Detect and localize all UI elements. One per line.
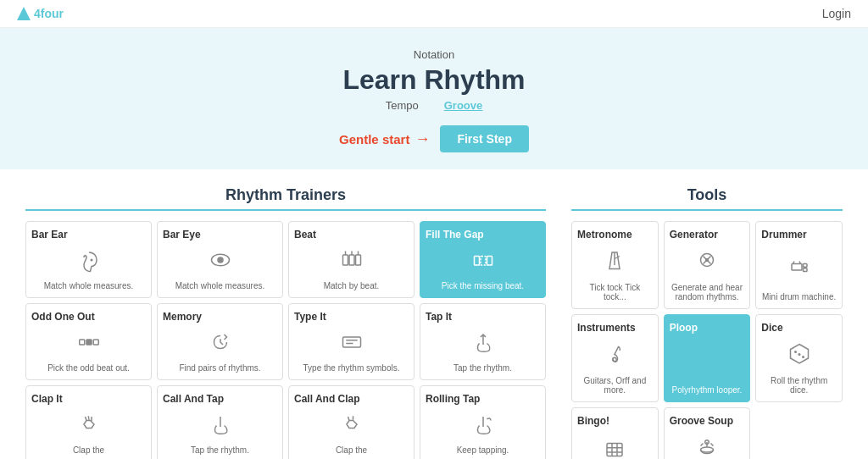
tool-title-ploop: Ploop: [670, 322, 745, 334]
groove-label[interactable]: Groove: [444, 99, 483, 112]
trainer-title-rolling-tap: Rolling Tap: [426, 393, 540, 405]
trainer-card-memory[interactable]: Memory Find pairs of rhythms.: [157, 303, 283, 380]
trainer-title-type-it: Type It: [294, 311, 409, 323]
first-step-button[interactable]: First Step: [440, 125, 529, 152]
trainer-card-type-it[interactable]: Type It Type the rhythm symbols.: [288, 303, 415, 380]
tool-desc-generator: Generate and hear random rhythms.: [670, 283, 745, 301]
svg-point-27: [613, 357, 617, 362]
trainer-card-call-and-clap[interactable]: Call And Clap Clap the: [288, 385, 415, 459]
trainer-card-rolling-tap[interactable]: Rolling Tap Keep tapping.: [420, 385, 546, 459]
tool-icon-generator: [694, 247, 720, 278]
tool-card-generator[interactable]: Generator Generate and hear random rhyth…: [664, 221, 751, 309]
trainer-icon-call-and-clap: [339, 412, 364, 440]
svg-rect-12: [79, 340, 84, 345]
svg-line-43: [710, 444, 713, 446]
tool-title-drummer: Drummer: [761, 229, 837, 241]
trainer-title-call-and-clap: Call And Clap: [294, 393, 409, 405]
logo-icon: [17, 7, 31, 20]
trainer-card-call-and-tap[interactable]: Call And Tap Tap the rhythm.: [157, 385, 283, 459]
svg-line-19: [615, 257, 620, 259]
tools-grid: Metronome Tick tock Tick tock... Generat…: [571, 221, 843, 459]
tool-title-metronome: Metronome: [577, 229, 653, 241]
tool-desc-dice: Roll the rhythm dice.: [761, 376, 837, 395]
tool-icon-bingo: [602, 437, 627, 459]
login-button[interactable]: Login: [822, 7, 851, 20]
tools-title: Tools: [571, 186, 843, 211]
arrow-icon: →: [415, 130, 430, 148]
svg-point-21: [705, 258, 709, 263]
svg-rect-13: [86, 340, 92, 345]
svg-rect-11: [487, 257, 492, 266]
tool-icon-drummer: [787, 252, 812, 283]
trainer-icon-tap-it: [470, 329, 496, 358]
trainer-card-fill-the-gap[interactable]: Fill The Gap Pick the missing beat.: [420, 221, 546, 298]
tool-title-generator: Generator: [670, 229, 745, 241]
header: 4four Login: [0, 0, 868, 28]
logo[interactable]: 4four: [17, 7, 64, 20]
svg-rect-4: [349, 255, 354, 265]
hero-section: Notation Learn Rhythm Tempo Groove Gentl…: [0, 28, 868, 169]
trainer-icon-beat: [339, 247, 364, 276]
tool-desc-metronome: Tick tock Tick tock...: [577, 283, 653, 301]
trainer-desc-odd-one-out: Pick the odd beat out.: [47, 363, 130, 373]
svg-rect-5: [355, 255, 360, 265]
svg-rect-23: [803, 263, 807, 267]
trainer-card-beat[interactable]: Beat Match by beat.: [288, 221, 415, 298]
tool-card-drummer[interactable]: Drummer Mini drum machine.: [755, 221, 843, 309]
trainer-title-odd-one-out: Odd One Out: [31, 311, 146, 323]
trainer-icon-call-and-tap: [208, 412, 233, 440]
notation-label: Notation: [17, 48, 851, 61]
logo-text: 4four: [34, 7, 64, 20]
trainer-card-clap-it[interactable]: Clap It Clap the: [25, 385, 152, 459]
trainer-title-fill-the-gap: Fill The Gap: [426, 229, 540, 241]
trainer-card-bar-eye[interactable]: Bar Eye Match whole measures.: [157, 221, 283, 298]
trainer-card-odd-one-out[interactable]: Odd One Out Pick the odd beat out.: [25, 303, 152, 380]
trainer-icon-memory: [208, 329, 233, 358]
trainer-card-bar-ear[interactable]: Bar Ear Match whole measures.: [25, 221, 152, 298]
hero-title: Learn Rhythm: [17, 64, 851, 96]
gentle-start-text: Gentle start →: [339, 130, 430, 148]
svg-line-42: [700, 444, 703, 446]
tool-icon-ploop: [694, 346, 720, 376]
tool-card-metronome[interactable]: Metronome Tick tock Tick tock...: [571, 221, 659, 309]
svg-rect-14: [93, 340, 98, 345]
trainer-title-call-and-tap: Call And Tap: [163, 393, 277, 405]
svg-rect-24: [803, 268, 807, 271]
tools-section: Tools Metronome Tick tock Tick tock... G…: [571, 186, 843, 459]
rhythm-trainers-title: Rhythm Trainers: [25, 186, 546, 211]
tool-title-dice: Dice: [761, 322, 837, 334]
trainer-title-memory: Memory: [163, 311, 277, 323]
svg-rect-22: [792, 263, 802, 270]
trainer-icon-clap-it: [76, 412, 102, 440]
trainer-desc-bar-eye: Match whole measures.: [175, 281, 265, 290]
tool-card-instruments[interactable]: Instruments Guitars, Orff and more.: [571, 314, 659, 402]
tool-desc-instruments: Guitars, Orff and more.: [577, 376, 653, 395]
trainer-desc-call-and-clap: Clap the: [336, 445, 367, 455]
svg-point-2: [218, 257, 223, 263]
trainer-icon-rolling-tap: [470, 412, 496, 440]
trainer-desc-rolling-tap: Keep tapping.: [457, 445, 509, 455]
svg-point-33: [802, 356, 804, 358]
svg-rect-3: [342, 255, 348, 265]
tool-icon-dice: [787, 340, 812, 371]
tool-card-groove-soup[interactable]: Groove Soup: [664, 407, 751, 459]
svg-rect-15: [342, 337, 360, 347]
rhythm-trainers-section: Rhythm Trainers Bar Ear Match whole meas…: [25, 186, 546, 459]
trainer-icon-odd-one-out: [76, 329, 102, 358]
trainer-desc-clap-it: Clap the: [73, 445, 104, 455]
tool-card-ploop[interactable]: Ploop Polyrhythm looper.: [664, 314, 751, 402]
svg-rect-10: [481, 257, 486, 266]
trainer-desc-tap-it: Tap the rhythm.: [453, 363, 512, 373]
svg-point-39: [700, 447, 713, 452]
tool-title-bingo: Bingo!: [577, 415, 653, 427]
tool-card-bingo[interactable]: Bingo!: [571, 407, 659, 459]
trainer-desc-memory: Find pairs of rhythms.: [179, 363, 260, 373]
trainer-card-tap-it[interactable]: Tap It Tap the rhythm.: [420, 303, 546, 380]
svg-rect-9: [474, 257, 479, 266]
tool-desc-ploop: Polyrhythm looper.: [672, 385, 743, 395]
tempo-label: Tempo: [386, 99, 419, 112]
trainer-title-tap-it: Tap It: [426, 311, 540, 323]
tool-desc-drummer: Mini drum machine.: [762, 292, 836, 301]
tool-card-dice[interactable]: Dice Roll the rhythm dice.: [755, 314, 843, 402]
svg-point-0: [90, 259, 92, 262]
